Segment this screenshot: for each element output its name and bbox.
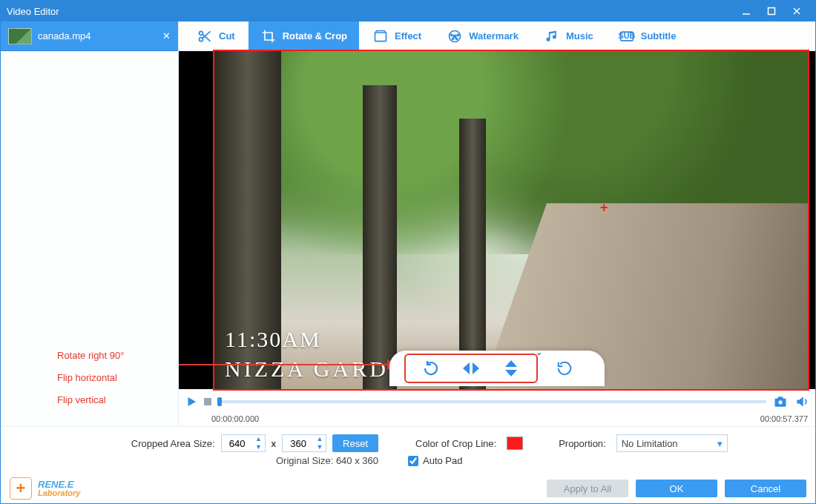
- file-sidebar: canada.mp4 ✕ Rotate right 90° Flip horiz…: [1, 21, 179, 426]
- tab-watermark[interactable]: Watermark: [435, 21, 530, 50]
- svg-point-5: [200, 37, 203, 41]
- svg-text:SUB: SUB: [619, 31, 635, 40]
- flip-horizontal-button[interactable]: [461, 358, 481, 379]
- tab-music[interactable]: Music: [532, 21, 605, 50]
- crop-width-input[interactable]: ▲▼: [221, 434, 266, 452]
- spin-down-icon[interactable]: ▼: [314, 443, 326, 451]
- svg-rect-6: [375, 33, 386, 42]
- proportion-select[interactable]: No Limitation ▾: [616, 434, 728, 452]
- overlay-place: NIZZA GARD: [225, 357, 389, 382]
- tab-rotate-crop[interactable]: Rotate & Crop: [249, 21, 359, 50]
- tab-effect[interactable]: Effect: [361, 21, 433, 50]
- autopad-label: Auto Pad: [423, 455, 463, 466]
- video-preview[interactable]: 11:30AM NIZZA GARD + ⌄: [179, 51, 815, 389]
- spin-up-icon[interactable]: ▲: [253, 435, 265, 443]
- svg-point-8: [454, 35, 456, 37]
- crop-color-label: Color of Crop Line:: [415, 438, 496, 449]
- editor-tabs: Cut Rotate & Crop Effect Watermark Music…: [179, 21, 815, 51]
- svg-point-10: [457, 34, 458, 36]
- rotate-flip-toolbar: ⌄: [389, 351, 605, 386]
- volume-button[interactable]: [794, 394, 809, 409]
- chevron-down-icon: ▾: [717, 438, 723, 449]
- time-current: 00:00:00.000: [211, 414, 259, 423]
- proportion-label: Proportion:: [559, 438, 606, 449]
- effect-icon: [372, 28, 389, 44]
- help-annotations: Rotate right 90° Flip horizontal Flip ve…: [1, 345, 178, 426]
- reset-crop-button[interactable]: Reset: [332, 434, 378, 452]
- file-tab[interactable]: canada.mp4 ✕: [1, 21, 178, 51]
- annotation-flip-horizontal: Flip horizontal: [57, 367, 178, 389]
- svg-rect-1: [769, 8, 775, 15]
- crop-height-input[interactable]: ▲▼: [282, 434, 326, 452]
- annotation-arrow: [179, 364, 401, 365]
- svg-point-9: [451, 34, 453, 36]
- rotate-right-button[interactable]: [421, 358, 441, 379]
- svg-point-12: [456, 38, 458, 39]
- cropped-size-label: Cropped Area Size:: [131, 438, 215, 449]
- flip-vertical-button[interactable]: [501, 358, 521, 379]
- file-thumbnail: [8, 28, 32, 44]
- tab-subtitle[interactable]: SUB Subtitle: [607, 21, 688, 50]
- autopad-checkbox[interactable]: [408, 456, 418, 466]
- time-total: 00:00:57.377: [760, 414, 808, 423]
- play-button[interactable]: [185, 395, 198, 408]
- svg-point-11: [453, 38, 454, 39]
- stop-button[interactable]: [204, 398, 211, 405]
- tab-cut[interactable]: Cut: [185, 21, 247, 50]
- overlay-time: 11:30AM: [225, 327, 321, 352]
- close-button[interactable]: [784, 1, 809, 21]
- window-title: Video Editor: [7, 6, 59, 17]
- brand-logo: RENE.ELaboratory: [10, 477, 80, 500]
- seek-knob[interactable]: [217, 397, 222, 406]
- title-bar: Video Editor: [1, 1, 815, 21]
- file-name: canada.mp4: [38, 30, 91, 42]
- spin-down-icon[interactable]: ▼: [253, 443, 265, 451]
- crop-color-swatch[interactable]: [507, 437, 523, 450]
- music-icon: [544, 28, 560, 44]
- reset-rotation-button[interactable]: [554, 358, 575, 379]
- annotation-flip-vertical: Flip vertical: [57, 389, 178, 411]
- cancel-button[interactable]: Cancel: [725, 480, 806, 497]
- logo-icon: [10, 477, 32, 500]
- chevron-down-icon[interactable]: ⌄: [536, 348, 542, 357]
- maximize-button[interactable]: [759, 1, 784, 21]
- subtitle-icon: SUB: [619, 28, 635, 44]
- size-separator: x: [272, 438, 277, 449]
- original-size-label: Original Size: 640 x 360: [276, 455, 378, 466]
- svg-point-4: [200, 31, 203, 35]
- crop-frame[interactable]: 11:30AM NIZZA GARD +: [214, 51, 808, 389]
- apply-to-all-button[interactable]: Apply to All: [547, 480, 628, 497]
- crop-center-icon: +: [600, 200, 608, 216]
- svg-point-15: [778, 400, 782, 404]
- annotation-rotate: Rotate right 90°: [57, 345, 178, 367]
- file-close-icon[interactable]: ✕: [162, 30, 171, 42]
- crop-icon: [260, 28, 277, 44]
- minimize-button[interactable]: [734, 1, 759, 21]
- spin-up-icon[interactable]: ▲: [314, 435, 326, 443]
- scissors-icon: [197, 28, 213, 44]
- watermark-icon: [447, 28, 463, 44]
- snapshot-button[interactable]: [772, 394, 789, 409]
- seek-track[interactable]: [217, 400, 766, 403]
- playback-bar: [179, 389, 815, 414]
- ok-button[interactable]: OK: [636, 480, 717, 497]
